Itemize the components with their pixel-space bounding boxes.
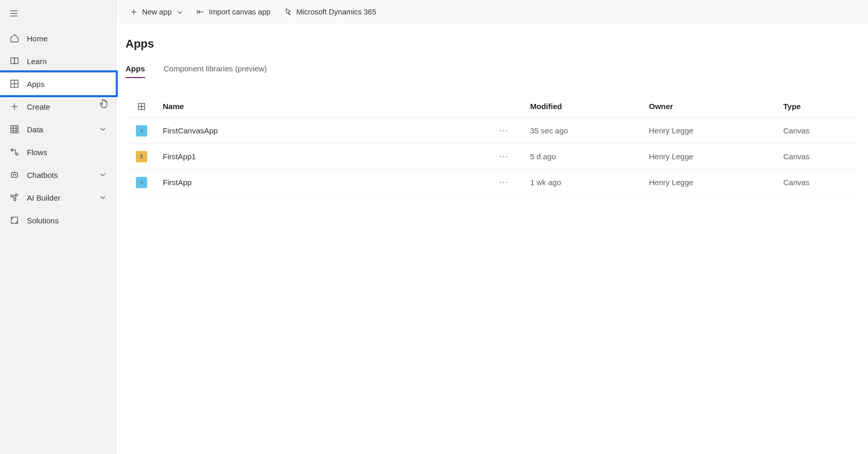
- sidebar-item-label: Flows: [27, 148, 106, 157]
- cmd-label: New app: [142, 8, 172, 16]
- command-bar: New app Import canvas app Microsoft Dyna…: [116, 0, 868, 24]
- sidebar-item-label: Apps: [27, 80, 106, 88]
- table-row[interactable]: FirstApp1 ··· 5 d ago Henry Legge Canvas: [123, 144, 861, 170]
- svg-line-22: [13, 196, 15, 199]
- column-header-owner[interactable]: Owner: [649, 102, 783, 111]
- app-type: Canvas: [783, 178, 861, 187]
- tab-label: Component libraries (preview): [164, 64, 267, 73]
- svg-line-23: [13, 195, 16, 196]
- new-app-button[interactable]: New app: [125, 4, 188, 20]
- sidebar-item-data[interactable]: Data: [0, 118, 116, 141]
- sidebar-item-home[interactable]: Home: [0, 27, 116, 50]
- app-modified: 35 sec ago: [530, 126, 649, 135]
- table-header: Name Modified Owner Type: [123, 95, 861, 118]
- sidebar-item-label: Home: [27, 34, 106, 43]
- plus-icon: [9, 101, 20, 112]
- chevron-down-icon: [99, 171, 106, 178]
- app-type: Canvas: [783, 126, 861, 135]
- svg-rect-15: [11, 173, 18, 177]
- svg-point-33: [141, 155, 142, 156]
- main: New app Import canvas app Microsoft Dyna…: [116, 0, 868, 454]
- content-area: Apps Apps Component libraries (preview) …: [116, 24, 868, 454]
- canvas-app-icon: [136, 151, 147, 162]
- app-name: FirstApp1: [160, 152, 499, 161]
- book-icon: [9, 56, 20, 66]
- bot-icon: [9, 170, 20, 180]
- column-header-modified[interactable]: Modified: [530, 102, 649, 111]
- row-actions-button[interactable]: ···: [499, 152, 509, 161]
- hamburger-menu-button[interactable]: [0, 3, 25, 24]
- sidebar: Home Learn Apps Create Data Flows Chatbo…: [0, 0, 116, 454]
- dynamics-icon: [284, 8, 292, 16]
- svg-line-24: [16, 196, 17, 199]
- cmd-label: Import canvas app: [209, 8, 270, 16]
- column-header-name[interactable]: Name: [160, 102, 499, 111]
- import-canvas-app-button[interactable]: Import canvas app: [191, 4, 275, 20]
- sidebar-item-label: Solutions: [27, 216, 106, 225]
- chevron-down-icon: [99, 194, 106, 201]
- ai-icon: [9, 192, 20, 203]
- canvas-app-icon: [136, 177, 147, 188]
- table-row[interactable]: FirstCanvasApp ··· 35 sec ago Henry Legg…: [123, 118, 861, 144]
- tab-apps[interactable]: Apps: [126, 64, 145, 78]
- sidebar-item-label: Create: [27, 102, 106, 111]
- grid-icon: [9, 124, 20, 134]
- app-name: FirstApp: [160, 178, 499, 187]
- app-owner: Henry Legge: [649, 126, 783, 135]
- table-row[interactable]: FirstApp ··· 1 wk ago Henry Legge Canvas: [123, 170, 861, 195]
- flow-icon: [9, 147, 20, 157]
- sidebar-item-apps[interactable]: Apps: [0, 72, 116, 95]
- hamburger-icon: [9, 9, 19, 18]
- sidebar-item-label: Learn: [27, 57, 106, 66]
- svg-rect-8: [11, 126, 18, 133]
- app-modified: 1 wk ago: [530, 178, 649, 187]
- sidebar-item-chatbots[interactable]: Chatbots: [0, 163, 116, 186]
- app-owner: Henry Legge: [649, 152, 783, 161]
- dynamics-365-button[interactable]: Microsoft Dynamics 365: [279, 4, 382, 20]
- canvas-app-icon: [136, 125, 147, 137]
- app-type: Canvas: [783, 152, 861, 161]
- tabs: Apps Component libraries (preview): [116, 64, 868, 79]
- svg-point-13: [11, 149, 13, 151]
- app-name: FirstCanvasApp: [160, 126, 499, 135]
- cmd-label: Microsoft Dynamics 365: [297, 8, 377, 16]
- svg-point-18: [15, 174, 16, 175]
- tab-label: Apps: [126, 64, 145, 73]
- svg-point-20: [16, 194, 18, 196]
- column-header-type[interactable]: Type: [783, 102, 861, 111]
- svg-point-17: [13, 174, 14, 175]
- svg-point-14: [16, 153, 18, 155]
- import-icon: [196, 8, 205, 16]
- row-actions-button[interactable]: ···: [499, 126, 509, 135]
- chevron-down-icon: [177, 9, 183, 15]
- apps-table: Name Modified Owner Type FirstCanvasApp …: [116, 95, 868, 195]
- app-modified: 5 d ago: [530, 152, 649, 161]
- sidebar-item-flows[interactable]: Flows: [0, 141, 116, 163]
- solutions-icon: [9, 215, 20, 225]
- sidebar-item-label: AI Builder: [27, 193, 99, 202]
- home-icon: [9, 33, 20, 43]
- sidebar-item-label: Chatbots: [27, 171, 99, 179]
- nav: Home Learn Apps Create Data Flows Chatbo…: [0, 27, 116, 232]
- tab-component-libraries[interactable]: Component libraries (preview): [164, 64, 267, 78]
- sidebar-item-label: Data: [27, 125, 99, 134]
- apps-icon: [9, 79, 20, 89]
- plus-icon: [130, 8, 138, 16]
- sidebar-item-ai-builder[interactable]: AI Builder: [0, 186, 116, 209]
- sidebar-item-learn[interactable]: Learn: [0, 50, 116, 72]
- sidebar-item-solutions[interactable]: Solutions: [0, 209, 116, 232]
- sidebar-item-create[interactable]: Create: [0, 95, 116, 118]
- row-actions-button[interactable]: ···: [499, 178, 509, 187]
- column-header-icon: [123, 102, 160, 111]
- app-owner: Henry Legge: [649, 178, 783, 187]
- page-title: Apps: [116, 37, 868, 51]
- chevron-down-icon: [99, 126, 106, 133]
